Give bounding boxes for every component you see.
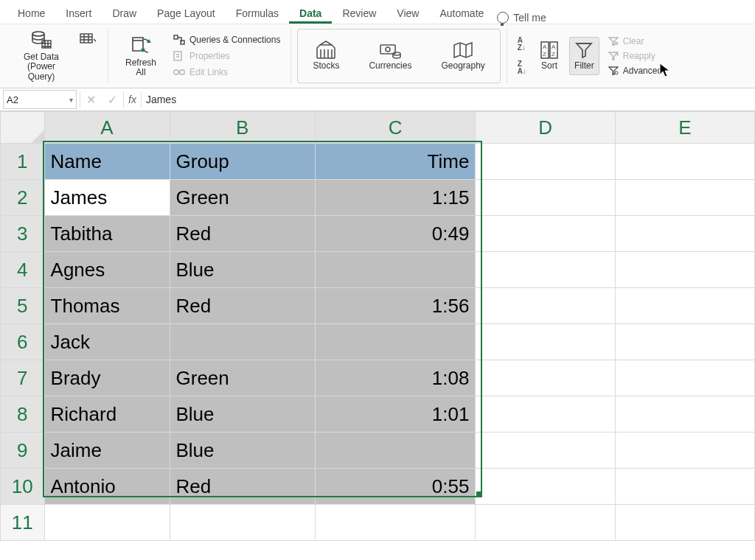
- get-data-button[interactable]: Get Data (Power Query): [7, 29, 75, 83]
- cell[interactable]: 1:08: [315, 360, 476, 396]
- accept-formula-button[interactable]: ✓: [102, 93, 123, 107]
- cell[interactable]: Green: [170, 360, 315, 396]
- cell[interactable]: Antonio: [44, 469, 170, 505]
- cell[interactable]: Brady: [44, 360, 170, 396]
- sort-desc-button[interactable]: ZA↓: [515, 59, 529, 77]
- cell[interactable]: [476, 469, 615, 505]
- cell[interactable]: 0:49: [315, 216, 476, 252]
- cell[interactable]: [615, 396, 754, 433]
- select-all-corner[interactable]: [1, 112, 45, 144]
- cell[interactable]: [615, 252, 754, 288]
- geography-button[interactable]: Geography: [436, 39, 489, 72]
- cell[interactable]: [315, 433, 476, 469]
- name-box[interactable]: A2 ▾: [3, 90, 77, 109]
- cell[interactable]: [615, 144, 754, 180]
- row-header[interactable]: 11: [1, 505, 45, 541]
- cell[interactable]: [615, 180, 754, 216]
- cell[interactable]: 1:56: [315, 288, 476, 324]
- cell[interactable]: Name: [44, 144, 170, 180]
- cell[interactable]: [476, 396, 615, 433]
- row-header[interactable]: 9: [1, 433, 45, 469]
- cell[interactable]: Red: [170, 288, 315, 324]
- formula-input[interactable]: James: [142, 94, 755, 105]
- row-header[interactable]: 7: [1, 360, 45, 396]
- cell[interactable]: Jaime: [44, 433, 170, 469]
- cell[interactable]: [315, 324, 476, 360]
- sort-asc-button[interactable]: AZ↓: [515, 35, 529, 53]
- column-header[interactable]: D: [476, 112, 615, 144]
- cell[interactable]: James: [44, 180, 170, 216]
- row-header[interactable]: 1: [1, 144, 45, 180]
- cell[interactable]: [315, 252, 476, 288]
- column-header[interactable]: A: [44, 112, 170, 144]
- column-header[interactable]: C: [315, 112, 476, 144]
- sort-button[interactable]: AZAZ Sort: [535, 39, 563, 72]
- row-header[interactable]: 6: [1, 324, 45, 360]
- cell[interactable]: [615, 288, 754, 324]
- data-types-gallery[interactable]: Stocks Currencies Geography: [297, 29, 500, 83]
- cell[interactable]: [476, 433, 615, 469]
- cell[interactable]: [476, 216, 615, 252]
- tab-formulas[interactable]: Formulas: [226, 4, 289, 24]
- tab-view[interactable]: View: [386, 4, 429, 24]
- stocks-button[interactable]: Stocks: [308, 39, 344, 72]
- cell[interactable]: [476, 324, 615, 360]
- cell[interactable]: Agnes: [44, 252, 170, 288]
- currencies-button[interactable]: Currencies: [364, 39, 416, 72]
- cell[interactable]: [615, 505, 754, 541]
- cell[interactable]: [615, 469, 754, 505]
- cell[interactable]: [615, 324, 754, 360]
- row-header[interactable]: 5: [1, 288, 45, 324]
- cell[interactable]: [476, 360, 615, 396]
- cell[interactable]: Blue: [170, 396, 315, 433]
- tab-review[interactable]: Review: [332, 4, 386, 24]
- cell[interactable]: 0:55: [315, 469, 476, 505]
- fx-label[interactable]: fx: [124, 94, 141, 105]
- cell[interactable]: Red: [170, 469, 315, 505]
- tab-page-layout[interactable]: Page Layout: [147, 4, 226, 24]
- cell[interactable]: [476, 144, 615, 180]
- cell[interactable]: Green: [170, 180, 315, 216]
- cell[interactable]: Thomas: [44, 288, 170, 324]
- tab-data[interactable]: Data: [289, 4, 332, 24]
- tell-me[interactable]: Tell me: [497, 12, 546, 24]
- cell[interactable]: [170, 505, 315, 541]
- cell[interactable]: [615, 433, 754, 469]
- cell[interactable]: 1:01: [315, 396, 476, 433]
- cancel-formula-button[interactable]: ✕: [80, 93, 102, 107]
- cell[interactable]: [476, 288, 615, 324]
- cell[interactable]: [476, 252, 615, 288]
- cell[interactable]: Jack: [44, 324, 170, 360]
- cell[interactable]: Richard: [44, 396, 170, 433]
- cell[interactable]: Blue: [170, 433, 315, 469]
- cell[interactable]: [170, 324, 315, 360]
- cell[interactable]: Time: [315, 144, 476, 180]
- advanced-button[interactable]: Advanced: [605, 64, 665, 77]
- cell[interactable]: [615, 360, 754, 396]
- worksheet[interactable]: ABCDE1NameGroupTime2JamesGreen1:153Tabit…: [0, 111, 755, 541]
- row-header[interactable]: 4: [1, 252, 45, 288]
- tab-draw[interactable]: Draw: [102, 4, 147, 24]
- row-header[interactable]: 8: [1, 396, 45, 433]
- cell[interactable]: Tabitha: [44, 216, 170, 252]
- row-header[interactable]: 2: [1, 180, 45, 216]
- tab-insert[interactable]: Insert: [55, 4, 102, 24]
- cell[interactable]: Group: [170, 144, 315, 180]
- table-dropdown[interactable]: [75, 32, 100, 48]
- cell[interactable]: [315, 505, 476, 541]
- row-header[interactable]: 3: [1, 216, 45, 252]
- cell[interactable]: [615, 216, 754, 252]
- cell[interactable]: 1:15: [315, 180, 476, 216]
- tab-home[interactable]: Home: [7, 4, 55, 24]
- column-header[interactable]: E: [615, 112, 754, 144]
- cell[interactable]: [476, 180, 615, 216]
- cell[interactable]: Red: [170, 216, 315, 252]
- cell[interactable]: [476, 505, 615, 541]
- queries-connections-button[interactable]: Queries & Connections: [170, 33, 283, 46]
- filter-button[interactable]: Filter: [569, 37, 599, 74]
- cell[interactable]: [44, 505, 170, 541]
- column-header[interactable]: B: [170, 112, 315, 144]
- cell[interactable]: Blue: [170, 252, 315, 288]
- refresh-all-button[interactable]: Refresh All: [116, 33, 166, 79]
- tab-automate[interactable]: Automate: [429, 4, 494, 24]
